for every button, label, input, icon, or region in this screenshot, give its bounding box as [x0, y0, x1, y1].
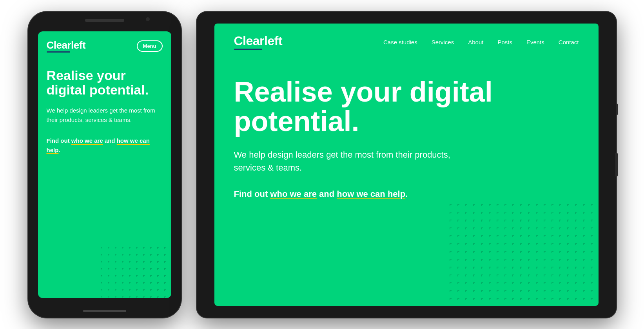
phone-logo: Clearleft	[47, 40, 86, 50]
tablet-cta-middle: and	[317, 189, 337, 199]
nav-posts[interactable]: Posts	[497, 39, 512, 45]
nav-events[interactable]: Events	[526, 39, 544, 45]
phone-cta: Find out who we are and how we can help.	[47, 136, 163, 155]
phone-who-we-are-link[interactable]: who we are	[71, 137, 103, 144]
phone-menu-button[interactable]: Menu	[137, 40, 163, 52]
nav-case-studies[interactable]: Case studies	[383, 39, 417, 45]
tablet-side-button-main	[615, 153, 618, 176]
tablet-subtext: We help design leaders get the most from…	[234, 148, 477, 174]
phone-cta-middle: and	[103, 137, 117, 144]
phone-content: Realise your digital potential. We help …	[38, 53, 171, 298]
tablet-screen: Clearleft Case studies Services About Po…	[214, 24, 599, 306]
nav-contact[interactable]: Contact	[559, 39, 579, 45]
phone-nav: Clearleft Menu	[38, 31, 171, 53]
tablet-logo-group: Clearleft	[234, 35, 283, 50]
tablet-nav-links: Case studies Services About Posts Events…	[383, 39, 579, 45]
phone-device: Clearleft Menu Realise your digital pote…	[28, 12, 181, 318]
tablet-dot-pattern	[450, 204, 599, 306]
phone-cta-suffix: .	[58, 147, 60, 153]
tablet-device: Clearleft Case studies Services About Po…	[197, 12, 616, 318]
phone-logo-group: Clearleft	[47, 40, 86, 53]
phone-subtext: We help design leaders get the most from…	[47, 106, 163, 124]
tablet-cta: Find out who we are and how we can help.	[234, 189, 579, 199]
tablet-who-we-are-link[interactable]: who we are	[270, 189, 317, 199]
tablet-how-we-can-help-link[interactable]: how we can help	[337, 189, 405, 199]
tablet-cta-suffix: .	[405, 189, 408, 199]
tablet-headline: Realise your digital potential.	[234, 77, 508, 136]
nav-services[interactable]: Services	[432, 39, 454, 45]
nav-about[interactable]: About	[468, 39, 483, 45]
tablet-logo: Clearleft	[234, 35, 283, 47]
tablet-cta-prefix: Find out	[234, 189, 270, 199]
svg-rect-5	[450, 204, 599, 306]
svg-rect-2	[101, 247, 171, 298]
phone-headline: Realise your digital potential.	[47, 68, 163, 98]
tablet-content: Realise your digital potential. We help …	[214, 50, 599, 306]
phone-screen: Clearleft Menu Realise your digital pote…	[38, 31, 171, 298]
phone-cta-prefix: Find out	[47, 137, 71, 144]
tablet-nav: Clearleft Case studies Services About Po…	[214, 24, 599, 50]
phone-dot-pattern	[101, 247, 171, 298]
tablet-side-button-top	[616, 104, 618, 115]
phone-home-bar	[83, 310, 126, 312]
